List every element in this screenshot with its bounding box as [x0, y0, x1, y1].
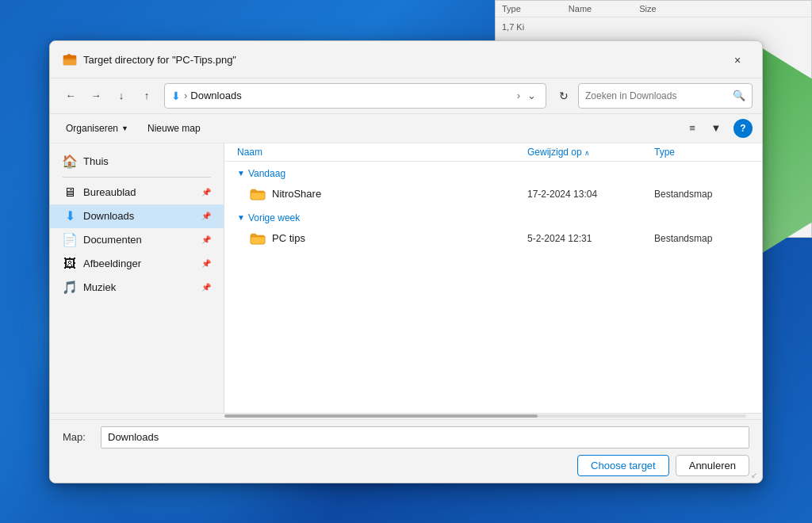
file-type-pctips: Bestandsmap	[654, 233, 749, 244]
file-date-nitroshare: 17-2-2024 13:04	[527, 189, 654, 200]
scrollbar-thumb[interactable]	[224, 414, 538, 418]
dialog-overlay: Target directory for "PC-Tips.png" × ← →…	[0, 0, 812, 523]
group-vorigeweek-header[interactable]: ▼ Vorige week	[224, 206, 762, 227]
new-folder-button[interactable]: Nieuwe map	[141, 120, 207, 137]
sidebar-label-thuis: Thuis	[83, 155, 109, 167]
sidebar-item-afbeeldingen[interactable]: 🖼 Afbeeldinger 📌	[50, 252, 224, 276]
bureaublad-pin: 📌	[201, 188, 211, 197]
buttons-row: Choose target Annuleren	[63, 455, 749, 476]
list-view-button[interactable]: ≡	[681, 117, 703, 139]
footer: Map: Choose target Annuleren	[50, 419, 762, 483]
folder-icon-nitroshare	[250, 186, 266, 202]
search-bar[interactable]: 🔍	[578, 83, 753, 109]
afbeeldingen-icon: 🖼	[63, 257, 77, 271]
group-vandaag-label: Vandaag	[248, 168, 285, 179]
choose-target-button[interactable]: Choose target	[577, 455, 669, 476]
muziek-icon: 🎵	[63, 281, 77, 295]
sidebar-item-downloads[interactable]: ⬇ Downloads 📌	[50, 204, 224, 228]
cancel-button[interactable]: Annuleren	[676, 455, 749, 476]
expand-button[interactable]: ↓	[110, 85, 132, 107]
documenten-pin: 📌	[201, 235, 211, 244]
sidebar-label-afbeeldingen: Afbeeldinger	[83, 258, 141, 269]
address-dropdown-button[interactable]: ⌄	[523, 88, 539, 104]
sidebar-label-muziek: Muziek	[83, 281, 116, 293]
toolbar: ← → ↓ ↑ ⬇ › Downloads › ⌄ ↻ 🔍	[50, 78, 762, 114]
sidebar-label-bureaublad: Bureaublad	[83, 186, 136, 198]
vandaag-toggle: ▼	[237, 169, 245, 178]
afbeeldingen-pin: 📌	[201, 259, 211, 268]
sidebar-item-muziek[interactable]: 🎵 Muziek 📌	[50, 276, 224, 300]
sidebar-item-documenten[interactable]: 📄 Documenten 📌	[50, 228, 224, 252]
content-area: 🏠 Thuis 🖥 Bureaublad 📌 ⬇ Downloads 📌 📄 D…	[50, 143, 762, 413]
file-row-nitroshare[interactable]: NitroShare 17-2-2024 13:04 Bestandsmap	[224, 182, 762, 206]
sidebar-item-bureaublad[interactable]: 🖥 Bureaublad 📌	[50, 181, 224, 204]
vorigeweek-toggle: ▼	[237, 213, 245, 222]
address-download-icon: ⬇	[171, 90, 181, 102]
muziek-pin: 📌	[201, 283, 211, 292]
search-input[interactable]	[585, 90, 730, 101]
help-button[interactable]: ?	[733, 119, 753, 138]
file-name-pctips: PC tips	[272, 232, 527, 244]
col-header-date[interactable]: Gewijzigd op ∧	[527, 147, 654, 158]
address-bar[interactable]: ⬇ › Downloads › ⌄	[164, 83, 546, 109]
sidebar: 🏠 Thuis 🖥 Bureaublad 📌 ⬇ Downloads 📌 📄 D…	[50, 143, 224, 413]
resize-handle[interactable]: ↙	[751, 471, 757, 479]
close-button[interactable]: ×	[726, 51, 749, 70]
file-row-pctips[interactable]: PC tips 5-2-2024 12:31 Bestandsmap	[224, 227, 762, 250]
file-list-header: Naam Gewijzigd op ∧ Type	[224, 143, 762, 162]
address-path: Downloads	[190, 90, 513, 101]
thuis-icon: 🏠	[63, 155, 77, 169]
file-date-pctips: 5-2-2024 12:31	[527, 233, 654, 244]
scrollbar-area	[50, 413, 762, 419]
sidebar-divider	[63, 177, 211, 178]
titlebar-left: Target directory for "PC-Tips.png"	[63, 53, 236, 67]
downloads-pin: 📌	[201, 212, 211, 220]
folder-path-row: Map:	[63, 426, 749, 449]
sort-indicator: ∧	[584, 149, 590, 157]
group-vandaag-header[interactable]: ▼ Vandaag	[224, 162, 762, 182]
organize-button[interactable]: Organiseren ▼	[59, 120, 135, 137]
view-buttons: ≡ ▼	[681, 117, 727, 139]
scrollbar-track[interactable]	[224, 414, 746, 418]
refresh-button[interactable]: ↻	[553, 85, 575, 107]
file-type-nitroshare: Bestandsmap	[654, 189, 749, 200]
organize-label: Organiseren	[66, 123, 118, 134]
downloads-icon: ⬇	[63, 209, 77, 223]
file-name-nitroshare: NitroShare	[272, 188, 527, 200]
documenten-icon: 📄	[63, 233, 77, 247]
folder-label: Map:	[63, 431, 94, 443]
bureaublad-icon: 🖥	[63, 185, 77, 200]
col-header-name[interactable]: Naam	[237, 147, 527, 158]
view-dropdown-button[interactable]: ▼	[705, 117, 727, 139]
back-button[interactable]: ←	[59, 85, 82, 107]
folder-icon-pctips	[250, 231, 266, 246]
sidebar-label-documenten: Documenten	[83, 234, 142, 246]
file-dialog: Target directory for "PC-Tips.png" × ← →…	[49, 40, 763, 483]
address-separator-2: ›	[517, 90, 520, 101]
sidebar-label-downloads: Downloads	[83, 210, 134, 222]
up-button[interactable]: ↑	[136, 85, 158, 107]
titlebar: Target directory for "PC-Tips.png" ×	[50, 41, 762, 78]
organize-arrow: ▼	[121, 124, 128, 132]
folder-input[interactable]	[101, 426, 749, 449]
group-vorigeweek-label: Vorige week	[248, 212, 300, 223]
col-header-type[interactable]: Type	[654, 147, 749, 158]
file-list: Naam Gewijzigd op ∧ Type ▼ Vandaag	[224, 143, 762, 413]
sidebar-item-thuis[interactable]: 🏠 Thuis	[50, 150, 224, 174]
actions-bar: Organiseren ▼ Nieuwe map ≡ ▼ ?	[50, 114, 762, 143]
dialog-title: Target directory for "PC-Tips.png"	[83, 54, 236, 66]
search-icon: 🔍	[733, 90, 745, 101]
new-folder-label: Nieuwe map	[147, 123, 201, 134]
address-separator-1: ›	[184, 90, 187, 101]
forward-button[interactable]: →	[85, 85, 107, 107]
app-icon	[63, 53, 77, 67]
